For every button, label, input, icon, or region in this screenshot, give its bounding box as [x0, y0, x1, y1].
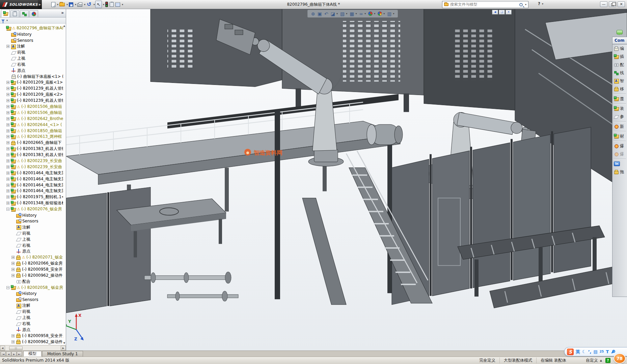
tab-propertymanager[interactable]: [10, 10, 19, 17]
help-button[interactable]: ? ▾: [538, 1, 543, 6]
tree-item[interactable]: 右视: [0, 242, 63, 248]
previous-view-button[interactable]: ↶: [324, 11, 328, 16]
hide-show-items-button[interactable]: ∞▾: [359, 11, 366, 16]
filter-dropdown-icon[interactable]: ▾: [6, 19, 8, 22]
file-properties-button[interactable]: [109, 1, 114, 8]
assembly-features-button[interactable]: 装: [612, 104, 627, 113]
expand-toggle[interactable]: +: [6, 135, 9, 138]
open-button[interactable]: [59, 1, 65, 8]
tree-item[interactable]: +⚠(-) 82002644_<1> (: [0, 122, 63, 128]
expand-toggle[interactable]: −: [6, 208, 9, 211]
tree-item[interactable]: +⚠(-) 82001506_曲轴箱: [0, 104, 63, 110]
tree-item[interactable]: +(-) 82001383_机器人管线: [0, 152, 63, 158]
expand-toggle[interactable]: +: [6, 117, 9, 120]
expand-toggle[interactable]: +: [11, 262, 15, 265]
rebuild-traffic-light-button[interactable]: [105, 1, 109, 8]
expand-toggle[interactable]: +: [11, 274, 15, 277]
edit-component-button[interactable]: 编: [612, 44, 627, 53]
toolbox-wrench-icon[interactable]: [611, 350, 615, 354]
close-button[interactable]: ✕: [618, 1, 625, 7]
tree-item[interactable]: 注解: [0, 303, 63, 309]
tree-item[interactable]: History: [0, 31, 63, 37]
exploded-view-button[interactable]: 爆: [612, 142, 627, 150]
undo-button[interactable]: ↺: [86, 1, 92, 8]
tree-item[interactable]: (-) 曲轴箱下体底板<1> (: [0, 73, 63, 80]
reference-geometry-button[interactable]: 参: [612, 113, 627, 121]
tree-item[interactable]: 原点: [0, 67, 63, 73]
tree-horizontal-scrollbar[interactable]: ◀ ||| ▶: [0, 345, 66, 351]
expand-toggle[interactable]: +: [6, 111, 9, 114]
move-component-button[interactable]: 移: [612, 85, 627, 93]
linear-component-pattern-button[interactable]: 线: [612, 69, 627, 77]
select-button[interactable]: ↖: [95, 1, 102, 8]
tab-displaymanager[interactable]: [29, 10, 38, 17]
tree-item[interactable]: +⚠(-) 82002071_钣金: [0, 254, 63, 261]
hscroll-left-arrow[interactable]: ◀: [0, 346, 5, 351]
tree-item[interactable]: +(-) 82000962_操动件: [0, 273, 63, 279]
expand-toggle[interactable]: +: [6, 87, 9, 90]
tree-item[interactable]: 上视: [0, 55, 63, 61]
lang-english-icon[interactable]: 英: [576, 350, 580, 354]
tree-item[interactable]: +(-) 82001975_翻转机.1<1: [0, 194, 63, 200]
restore-document-button[interactable]: ❏: [499, 10, 505, 14]
tab-nav-prev-button[interactable]: ◀: [6, 352, 11, 356]
expand-toggle[interactable]: +: [6, 99, 9, 102]
save-dropdown-icon[interactable]: ▾: [75, 3, 76, 6]
quick-tips-help-badge[interactable]: ?: [605, 358, 610, 363]
tree-item[interactable]: 前视: [0, 309, 63, 315]
tree-item[interactable]: +(-) 82002066_钣金房: [0, 261, 63, 267]
new-document-dropdown-icon[interactable]: ▾: [57, 3, 58, 6]
expand-toggle[interactable]: +: [6, 45, 9, 48]
mate-button[interactable]: 配: [612, 61, 627, 69]
section-view-button[interactable]: ◪▾: [331, 11, 338, 16]
view-settings-button[interactable]: ▥▾: [387, 11, 394, 16]
expand-toggle[interactable]: +: [11, 340, 15, 343]
expand-toggle[interactable]: +: [6, 141, 9, 144]
expand-toggle[interactable]: +: [6, 172, 9, 175]
new-motion-study-button[interactable]: 新: [612, 122, 627, 130]
tree-item[interactable]: History: [0, 212, 63, 218]
instant3d-button[interactable]: In: [612, 160, 627, 168]
tree-item[interactable]: +⚠(-) 82002642_Brothe: [0, 116, 63, 122]
tree-item[interactable]: −⚠(-) 82002076_钣金房: [0, 206, 63, 212]
tree-item[interactable]: −⚠(-) 82002058_ 钣金房: [0, 284, 63, 291]
tree-item[interactable]: ⚠82002796_曲轴箱下体A线: [0, 25, 63, 31]
print-dropdown-icon[interactable]: ▾: [84, 3, 85, 6]
insert-components-button[interactable]: 插: [612, 53, 627, 61]
menu-expand-arrow[interactable]: ▶: [38, 0, 42, 9]
tree-item[interactable]: +⚠(-) 82001506_曲轴箱: [0, 110, 63, 116]
search-input[interactable]: 搜索文件与模型: [450, 2, 518, 7]
hscroll-thumb[interactable]: |||: [9, 346, 23, 350]
expand-toggle[interactable]: +: [6, 189, 9, 192]
expand-toggle[interactable]: +: [6, 153, 9, 156]
skin-25-icon[interactable]: 25: [600, 350, 604, 353]
filter-funnel-icon[interactable]: [1, 20, 5, 22]
tree-item[interactable]: Sensors: [0, 218, 63, 224]
tree-item[interactable]: History: [0, 291, 63, 297]
tab-nav-first-button[interactable]: |◀: [1, 352, 6, 356]
view-orientation-button[interactable]: ▧▾: [340, 11, 347, 16]
tree-item[interactable]: 原点: [0, 327, 63, 333]
smart-fasteners-button[interactable]: 智: [612, 77, 627, 85]
tree-scroll-down[interactable]: ▼: [63, 342, 66, 344]
search-dropdown-icon[interactable]: ▾: [525, 3, 526, 6]
tree-item[interactable]: +(-) 82001348_板链输送机: [0, 200, 63, 206]
undo-dropdown-icon[interactable]: ▾: [93, 3, 95, 6]
save-button[interactable]: [68, 1, 74, 8]
apply-scene-button[interactable]: ▾: [378, 11, 385, 16]
tree-item[interactable]: +(-) 82001464_电主轴支架: [0, 188, 63, 194]
tree-item[interactable]: Sensors: [0, 37, 63, 43]
show-hidden-components-button[interactable]: 显: [612, 95, 627, 103]
tree-item[interactable]: 右视: [0, 61, 63, 67]
restore-button[interactable]: [609, 1, 616, 7]
tree-item[interactable]: 注解: [0, 224, 63, 230]
tree-item[interactable]: +(-) 82001209_底板<2>: [0, 92, 63, 98]
tab-motion-study[interactable]: Motion Study 1: [42, 351, 83, 357]
tree-item[interactable]: +(-) 82000958_安全开: [0, 267, 63, 273]
expand-toggle[interactable]: +: [11, 256, 15, 259]
options-button[interactable]: [115, 1, 121, 8]
moon-mode-icon[interactable]: ☾: [582, 350, 586, 354]
drag-button[interactable]: 拖: [612, 168, 627, 176]
tab-configurationmanager[interactable]: [20, 10, 29, 17]
tree-item[interactable]: +⚠(-) 82001850_曲轴箱: [0, 128, 63, 134]
